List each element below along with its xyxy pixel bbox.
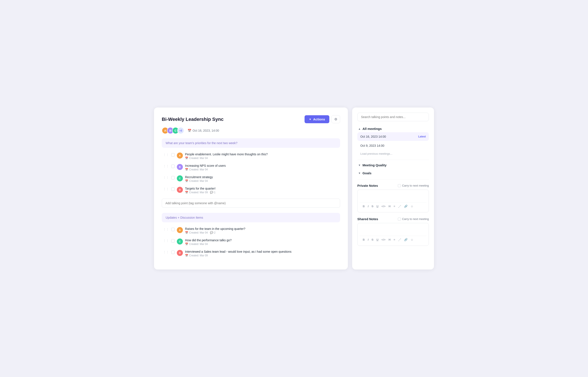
- meeting-quality-section: ▼ Meeting Quality: [357, 162, 429, 169]
- strikethrough-button[interactable]: S: [371, 204, 374, 208]
- calendar-icon: 📅: [185, 157, 188, 160]
- table-row: ⋮⋮ A Raises for the team in the upcoming…: [162, 225, 340, 236]
- drag-handle-icon[interactable]: ⋮⋮: [163, 164, 169, 168]
- tp-content: People enablement. Leslie might have mor…: [185, 153, 339, 160]
- bold-button[interactable]: B: [362, 238, 366, 242]
- created-date: 📅 Created: Mar 04: [185, 243, 208, 246]
- shared-notes-content[interactable]: [360, 225, 427, 236]
- drag-handle-icon[interactable]: ⋮⋮: [163, 227, 169, 231]
- all-meetings-collapse[interactable]: ▲ All meetings: [357, 125, 429, 132]
- checkbox[interactable]: [171, 239, 175, 243]
- code-button[interactable]: </>: [380, 204, 386, 208]
- calendar-icon: 📅: [185, 179, 188, 182]
- shared-carry-label: Carry to next meeting: [402, 217, 429, 221]
- shared-notes-editor: B I S U </> H ≡ ⋰ 🔗 ☺: [357, 223, 429, 246]
- calendar-icon: 📅: [185, 231, 188, 234]
- tp-title: People enablement. Leslie might have mor…: [185, 153, 339, 156]
- divider: [357, 160, 429, 160]
- drag-handle-icon[interactable]: ⋮⋮: [163, 187, 169, 191]
- table-row: ⋮⋮ D Interviewed a Sales team lead - wou…: [162, 248, 340, 259]
- bullet-list-button[interactable]: ≡: [393, 204, 396, 208]
- calendar-icon: 📅: [185, 168, 188, 171]
- tp-title: Increasing NPS score of users: [185, 164, 339, 167]
- table-row: ⋮⋮ B Increasing NPS score of users 📅 Cre…: [162, 162, 340, 173]
- chevron-down-icon: ▼: [358, 164, 361, 167]
- table-row: ⋮⋮ A People enablement. Leslie might hav…: [162, 150, 340, 162]
- ordered-list-button[interactable]: ⋰: [397, 204, 402, 208]
- tp-content: Increasing NPS score of users 📅 Created:…: [185, 164, 339, 171]
- drag-handle-icon[interactable]: ⋮⋮: [163, 250, 169, 254]
- bullet-list-button[interactable]: ≡: [393, 238, 396, 242]
- avatar: A: [177, 227, 183, 233]
- heading-button[interactable]: H: [388, 204, 391, 208]
- checkbox[interactable]: [171, 153, 175, 157]
- private-carry-checkbox[interactable]: [398, 184, 401, 187]
- actions-label: Actions: [313, 118, 325, 121]
- strikethrough-button[interactable]: S: [371, 238, 374, 242]
- checkbox[interactable]: [171, 228, 175, 231]
- header-actions: ▼ Actions ⚙: [305, 115, 340, 123]
- load-previous-button[interactable]: Load previous meetings...: [357, 150, 429, 157]
- all-meetings-section: ▲ All meetings Oct 16, 2023 14:00 Latest…: [357, 125, 429, 157]
- checkbox[interactable]: [171, 188, 175, 191]
- meeting-quality-label: Meeting Quality: [362, 163, 387, 167]
- tp-title: How did the performance talks go?: [185, 238, 339, 242]
- tp-content: Raises for the team in the upcoming quar…: [185, 227, 339, 234]
- underline-button[interactable]: U: [376, 204, 379, 208]
- carry-to-next-row: Carry to next meeting: [398, 184, 429, 187]
- calendar-icon: 📅: [188, 129, 191, 132]
- comment-count: 💬 1: [210, 191, 216, 194]
- tp-title: Targets for the quarter!: [185, 187, 339, 190]
- meeting-item[interactable]: Oct 16, 2023 14:00 Latest: [357, 132, 429, 141]
- avatar-plus: +2: [177, 127, 184, 134]
- calendar-icon: 📅: [185, 243, 188, 246]
- created-date: 📅 Created: Mar 04: [185, 157, 208, 160]
- created-date: 📅 Created: Mar 09: [185, 191, 208, 194]
- add-talking-point-input[interactable]: [162, 199, 340, 208]
- tp-title: Recruitment strategy: [185, 175, 339, 179]
- link-button[interactable]: 🔗: [403, 204, 408, 208]
- settings-button[interactable]: ⚙: [332, 115, 340, 123]
- goals-collapse[interactable]: ▼ Goals: [357, 170, 429, 177]
- code-button[interactable]: </>: [380, 238, 386, 242]
- shared-notes-label: Shared Notes: [357, 217, 378, 221]
- chevron-down-icon: ▼: [358, 172, 361, 175]
- avatar: B: [177, 164, 183, 170]
- italic-button[interactable]: I: [367, 204, 369, 208]
- meeting-date: Oct 16, 2023 14:00: [360, 135, 386, 138]
- talking-points-list: ⋮⋮ A People enablement. Leslie might hav…: [162, 150, 340, 196]
- drag-handle-icon[interactable]: ⋮⋮: [163, 175, 169, 179]
- checkbox[interactable]: [171, 250, 175, 254]
- ordered-list-button[interactable]: ⋰: [397, 238, 402, 242]
- tp-meta: 📅 Created: Mar 04 💬 2: [185, 231, 339, 234]
- emoji-button[interactable]: ☺: [410, 204, 414, 208]
- divider: [357, 179, 429, 179]
- drag-handle-icon[interactable]: ⋮⋮: [163, 153, 169, 156]
- link-button[interactable]: 🔗: [403, 238, 408, 242]
- shared-carry-checkbox[interactable]: [398, 218, 401, 221]
- section1-header: What are your team's priorities for the …: [162, 138, 340, 148]
- meeting-item[interactable]: Oct 9, 2023 14:00: [357, 141, 429, 150]
- tp-title: Interviewed a Sales team lead - would lo…: [185, 250, 339, 253]
- checkbox[interactable]: [171, 165, 175, 168]
- table-row: ⋮⋮ C Recruitment strategy 📅 Created: Mar…: [162, 173, 340, 185]
- avatar: D: [177, 187, 183, 193]
- avatar: C: [177, 175, 183, 181]
- gear-icon: ⚙: [334, 118, 337, 121]
- italic-button[interactable]: I: [367, 238, 369, 242]
- shared-notes-toolbar: B I S U </> H ≡ ⋰ 🔗 ☺: [360, 236, 427, 243]
- private-notes-content[interactable]: [360, 192, 427, 202]
- heading-button[interactable]: H: [388, 238, 391, 242]
- emoji-button[interactable]: ☺: [410, 238, 414, 242]
- left-panel: Bi-Weekly Leadership Sync ▼ Actions ⚙ A …: [154, 107, 348, 270]
- bold-button[interactable]: B: [362, 204, 366, 208]
- search-input[interactable]: [357, 113, 429, 121]
- drag-handle-icon[interactable]: ⋮⋮: [163, 238, 169, 242]
- meeting-badge: Latest: [418, 135, 426, 138]
- checkbox[interactable]: [171, 176, 175, 179]
- created-date: 📅 Created: Mar 04: [185, 179, 208, 182]
- discussion-list: ⋮⋮ A Raises for the team in the upcoming…: [162, 225, 340, 259]
- underline-button[interactable]: U: [376, 238, 379, 242]
- actions-button[interactable]: ▼ Actions: [305, 115, 329, 123]
- meeting-quality-collapse[interactable]: ▼ Meeting Quality: [357, 162, 429, 169]
